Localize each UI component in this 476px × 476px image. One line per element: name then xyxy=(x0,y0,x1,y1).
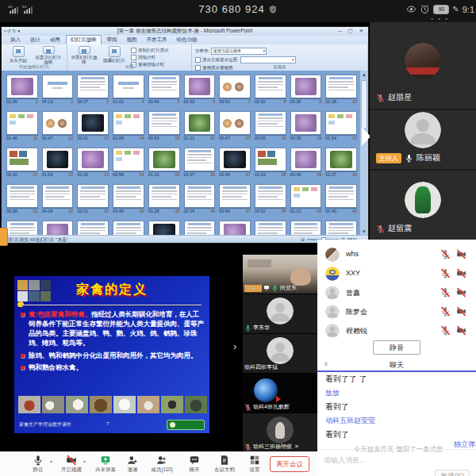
slide-thumbnail-30[interactable]: 01:2730 xyxy=(325,148,357,177)
tab-动画[interactable]: 动画 xyxy=(46,36,64,44)
scroll-up-arrow[interactable]: ▲ xyxy=(360,71,368,79)
slide-thumbnail-50[interactable]: 01:1950 xyxy=(325,221,357,236)
toolbar-members-button[interactable]: 成员(110) xyxy=(144,455,179,474)
slide-thumbnail-12[interactable]: 01:4712 xyxy=(42,111,74,140)
record-show-check[interactable]: 录制幻灯片演示 xyxy=(131,48,169,53)
slide-thumbnail-26[interactable]: 00:3726 xyxy=(184,148,216,177)
video-tile-田亚东[interactable]: 主持人田亚东 xyxy=(243,255,317,294)
tab-审阅[interactable]: 审阅 xyxy=(103,36,121,44)
slide-thumbnail-23[interactable]: 02:3323 xyxy=(77,148,109,177)
slide-thumbnail-24[interactable]: 00:5824 xyxy=(113,148,144,177)
send-button[interactable]: 发送(S) xyxy=(435,470,470,476)
slide-thumbnail-15[interactable]: 00:5315 xyxy=(148,111,180,140)
slide-thumbnail-14[interactable]: 02:0814 xyxy=(113,111,144,140)
custom-show-button[interactable]: 自定义幻灯片放映 xyxy=(35,46,62,64)
slide-thumbnail-36[interactable]: 02:2436 xyxy=(184,184,216,213)
tab-视图[interactable]: 视图 xyxy=(123,36,141,44)
window-controls[interactable]: ─ ▢ ✕ xyxy=(338,28,366,34)
tab-插入[interactable]: 插入 xyxy=(6,36,25,44)
member-row-曾鑫[interactable]: 曾鑫 xyxy=(317,282,476,304)
slide-thumbnail-49[interactable]: 00:4449 xyxy=(290,221,322,236)
chat-input[interactable] xyxy=(322,452,471,468)
chevron-up-icon[interactable]: ▲ xyxy=(83,459,86,463)
slide-thumbnail-34[interactable]: 00:4534 xyxy=(113,184,144,213)
slide-thumbnail-19[interactable]: 00:2919 xyxy=(290,111,322,140)
vertical-scrollbar[interactable]: ▲ ▼ xyxy=(359,71,368,236)
slide-thumbnail-5[interactable]: 00:445 xyxy=(148,75,180,104)
participant-tile-赵朋星[interactable]: 赵朋星 xyxy=(370,32,476,110)
zoom-out-button[interactable]: ⊖ xyxy=(301,236,305,242)
slide-thumbnail-39[interactable]: 01:1239 xyxy=(290,184,322,213)
video-tile-动科4班孔鹏辉[interactable]: 动科4班孔鹏辉 xyxy=(243,374,317,413)
member-row-程赖锐[interactable]: 程赖锐 xyxy=(317,321,476,342)
leave-meeting-button[interactable]: 离开会议 xyxy=(270,456,309,472)
slide-thumbnail-20[interactable]: 01:5420 xyxy=(325,111,357,140)
slide-thumbnail-4[interactable]: 01:024 xyxy=(113,75,144,104)
toolbar-mic-button[interactable]: 静音 xyxy=(21,455,56,474)
slide-thumbnail-7[interactable]: 00:517 xyxy=(219,75,251,104)
floating-meeting-button[interactable] xyxy=(0,228,8,246)
slide-thumbnail-11[interactable]: 01:4611 xyxy=(6,111,38,140)
slide-thumbnail-44[interactable]: 02:1744 xyxy=(113,221,144,236)
participant-tile-陈丽颖[interactable]: 主持人陈丽颖 xyxy=(370,101,476,171)
slide-thumbnail-2[interactable]: 04:132 xyxy=(42,75,74,104)
tab-特色功能[interactable]: 特色功能 xyxy=(173,36,202,44)
video-tile-动科四班李猛[interactable]: 动科四班李猛 xyxy=(243,334,317,374)
scrollbar-thumb[interactable] xyxy=(361,80,367,129)
slide-thumbnail-48[interactable]: 01:5248 xyxy=(255,221,286,236)
slide-thumbnail-9[interactable]: 00:369 xyxy=(290,75,322,104)
slide-thumbnail-22[interactable]: 01:0922 xyxy=(42,148,74,177)
slide-thumbnail-17[interactable]: 00:4717 xyxy=(219,111,251,140)
slide-thumbnail-40[interactable]: 00:4040 xyxy=(325,184,357,213)
setup-show-button[interactable]: 设置幻灯片放映 xyxy=(71,46,98,64)
slide-thumbnail-46[interactable]: 01:0646 xyxy=(184,221,216,236)
slide-thumbnail-35[interactable]: 01:2835 xyxy=(148,184,180,213)
chevron-up-icon[interactable]: ▲ xyxy=(49,459,53,463)
slide-thumbnail-37[interactable]: 00:5637 xyxy=(219,184,251,213)
from-beginning-button[interactable]: 从头开始 xyxy=(5,46,32,64)
slide-caption: 00:0238 xyxy=(255,209,286,213)
member-row-陈梦会[interactable]: 陈梦会 xyxy=(317,301,476,323)
slide-thumbnail-10[interactable]: 01:1810 xyxy=(325,75,357,104)
close-icon[interactable]: ✕ xyxy=(294,443,299,450)
rehearse-timings-check[interactable]: 排练计时 xyxy=(131,55,169,60)
slide-thumbnail-25[interactable]: 01:1525 xyxy=(148,148,180,177)
slide-thumbnail-16[interactable]: 01:2116 xyxy=(184,111,216,140)
hide-slide-button[interactable]: 隐藏幻灯片 xyxy=(101,46,128,64)
slide-thumbnail-45[interactable]: 00:4845 xyxy=(148,221,180,236)
slide-thumbnail-18[interactable]: 03:0518 xyxy=(255,111,286,140)
slide-thumbnail-28[interactable]: 01:0328 xyxy=(255,148,286,177)
member-row-XXY[interactable]: XXY xyxy=(317,263,476,285)
slide-thumbnail-13[interactable]: 00:3113 xyxy=(77,111,109,140)
member-row-whs[interactable]: whs xyxy=(317,244,476,266)
slide-thumbnail-1[interactable]: 02:051 xyxy=(6,75,38,104)
slide-thumbnail-21[interactable]: 00:4221 xyxy=(6,148,38,177)
slide-thumbnail-31[interactable]: 00:5831 xyxy=(6,184,38,213)
member-status-icons xyxy=(440,249,466,259)
toolbar-settings-button[interactable]: 设置 xyxy=(237,455,272,474)
toolbar-camera-off-button[interactable]: 开启视频 xyxy=(54,455,89,474)
slide-thumbnail-27[interactable]: 02:4627 xyxy=(219,148,251,177)
mute-all-button[interactable]: 静音 xyxy=(373,340,420,355)
tab-开发工具[interactable]: 开发工具 xyxy=(143,36,171,44)
slide-thumbnail-43[interactable]: 00:5543 xyxy=(77,221,109,236)
slide-thumbnail-33[interactable]: 02:2133 xyxy=(77,184,109,213)
video-tile-动科三班杨明俊[interactable]: 动科三班杨明俊✕ xyxy=(243,413,317,453)
shared-slide: 家禽的定义 禽:包括家禽和特禽。指经过人类长期驯化和培育，在人工饲养条件下能正常… xyxy=(14,276,209,433)
slide-thumbnail-29[interactable]: 00:4929 xyxy=(290,148,322,177)
resolution-select[interactable]: 使用当前分辨率 xyxy=(211,48,267,55)
slide-thumbnail-3[interactable]: 00:273 xyxy=(77,75,109,104)
display-position-select[interactable] xyxy=(240,56,296,63)
collapse-strip-chevron[interactable]: › xyxy=(233,340,236,352)
slide-thumbnail-38[interactable]: 00:0238 xyxy=(255,184,286,213)
slide-thumbnail-42[interactable]: 01:4142 xyxy=(42,221,74,236)
participant-tile-赵留震[interactable]: 赵留震 xyxy=(370,171,476,241)
video-tile-李东华[interactable]: 李东华 xyxy=(243,294,317,334)
tab-幻灯片放映[interactable]: 幻灯片放映 xyxy=(66,35,102,44)
slide-thumbnail-6[interactable]: 01:336 xyxy=(184,75,216,104)
slide-thumbnail-41[interactable]: 00:3341 xyxy=(6,221,38,236)
slide-thumbnail-32[interactable]: 04:0632 xyxy=(42,184,74,213)
slide-thumbnail-47[interactable]: 00:3947 xyxy=(219,221,251,236)
tab-设计[interactable]: 设计 xyxy=(26,36,44,44)
slide-thumbnail-8[interactable]: 02:108 xyxy=(255,75,286,104)
